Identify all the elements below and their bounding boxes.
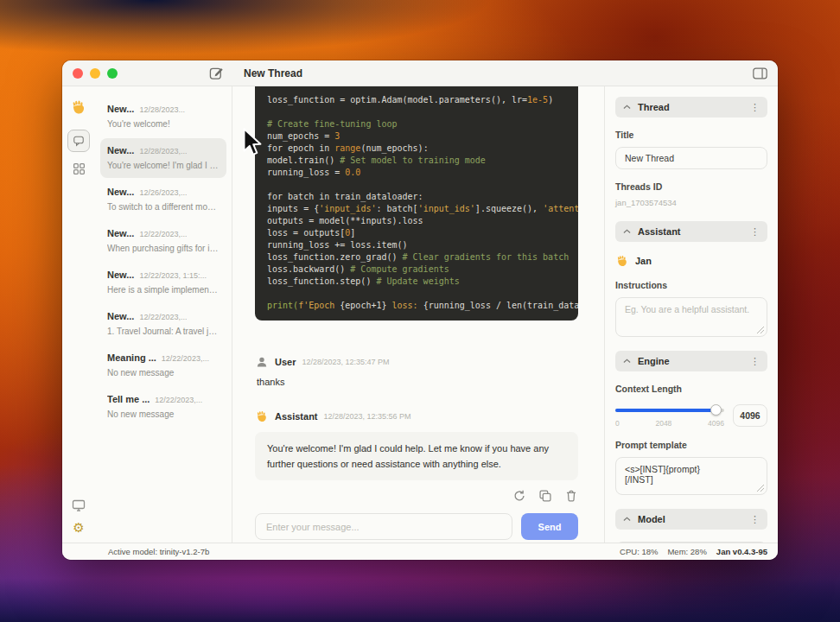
kebab-menu-icon[interactable]: ⋮	[750, 226, 760, 238]
slider-thumb[interactable]	[710, 404, 722, 416]
wave-logo-icon	[70, 98, 87, 116]
message-text: thanks	[257, 377, 578, 387]
section-label: Engine	[638, 356, 750, 366]
chevron-up-icon	[623, 105, 631, 110]
thread-list: New...12/28/2023...You're welcome!New...…	[95, 86, 232, 543]
active-model-status: Active model: trinity-v1.2-7b	[108, 547, 209, 556]
chat-bubble-icon	[73, 135, 85, 147]
traffic-lights	[62, 68, 118, 79]
chevron-up-icon	[623, 359, 631, 364]
user-avatar-icon	[255, 355, 269, 369]
user-message: User 12/28/2023, 12:35:47 PM thanks	[255, 355, 578, 387]
copy-icon[interactable]	[538, 489, 552, 503]
close-window-button[interactable]	[73, 68, 83, 79]
assistant-message-bubble: You're welcome! I'm glad I could help. L…	[255, 432, 578, 480]
thread-list-item[interactable]: New...12/22/2023, 1:15:...Here is a simp…	[100, 263, 226, 302]
kebab-menu-icon[interactable]: ⋮	[750, 102, 760, 113]
code-block: loss_function = optim.Adam(model.paramet…	[255, 86, 578, 321]
window-title: New Thread	[244, 67, 302, 79]
panel-toggle-icon[interactable]	[753, 67, 767, 83]
thread-list-item[interactable]: Tell me ...12/22/2023,...No new message	[100, 387, 226, 427]
regenerate-icon[interactable]	[512, 489, 526, 503]
assistant-name: Jan	[635, 256, 652, 266]
model-section-header[interactable]: Model ⋮	[615, 509, 767, 530]
composer: Send	[255, 513, 578, 540]
prompt-template-textarea[interactable]: <s>[INST]{prompt} [/INST]	[616, 458, 767, 494]
resize-handle[interactable]	[757, 327, 764, 333]
thread-title-input[interactable]	[615, 147, 767, 169]
thread-list-item[interactable]: New...12/28/2023,...You're welcome! I'm …	[100, 138, 226, 178]
context-length-value[interactable]: 4096	[733, 404, 767, 427]
status-bar: Active model: trinity-v1.2-7b CPU: 18% M…	[62, 543, 778, 560]
thread-list-item[interactable]: Meaning ...12/22/2023,...No new message	[100, 346, 226, 385]
thread-list-item[interactable]: New...12/22/2023,...1. Travel Journal: A…	[100, 304, 226, 344]
prompt-template-label: Prompt template	[615, 440, 767, 450]
thread-list-item[interactable]: New...12/22/2023,...When purchasing gift…	[100, 221, 226, 261]
assistant-name-row: Jan	[615, 254, 767, 268]
instructions-field-wrap	[615, 297, 767, 337]
thread-list-item[interactable]: New...12/26/2023,...To switch to a diffe…	[100, 180, 226, 219]
section-label: Thread	[638, 102, 750, 112]
title-label: Title	[615, 130, 767, 140]
send-button[interactable]: Send	[521, 513, 578, 540]
context-length-row: 0 2048 4096 4096	[615, 404, 767, 428]
titlebar: New Thread	[62, 60, 778, 86]
minimize-window-button[interactable]	[90, 68, 100, 79]
engine-section-header[interactable]: Engine ⋮	[615, 351, 767, 371]
message-input[interactable]	[255, 513, 512, 540]
monitor-icon[interactable]	[72, 499, 86, 512]
thread-list-item[interactable]: New...12/28/2023...You're welcome!	[100, 97, 226, 136]
slider-ticks: 0 2048 4096	[615, 419, 724, 428]
threads-id-label: Threads ID	[615, 181, 767, 192]
resize-handle[interactable]	[757, 485, 764, 492]
settings-panel: Thread ⋮ Title Threads ID jan_1703574534…	[605, 86, 778, 543]
section-label: Assistant	[638, 226, 750, 237]
assistant-section-header[interactable]: Assistant ⋮	[615, 221, 767, 242]
kebab-menu-icon[interactable]: ⋮	[750, 356, 760, 367]
zoom-window-button[interactable]	[107, 68, 118, 79]
gear-icon[interactable]: ⚙	[73, 521, 84, 534]
app-version: Jan v0.4.3-95	[716, 547, 767, 556]
chat-pane: loss_function = optim.Adam(model.paramet…	[232, 86, 605, 543]
prompt-template-wrap: <s>[INST]{prompt} [/INST]	[615, 457, 767, 495]
message-timestamp: 12/28/2023, 12:35:56 PM	[324, 412, 411, 421]
thread-section-header[interactable]: Thread ⋮	[615, 97, 767, 117]
instructions-textarea[interactable]	[616, 298, 767, 336]
desktop: { "window": { "title": "New Thread" }, "…	[0, 0, 840, 622]
icon-rail: ⚙	[62, 86, 95, 543]
message-author: User	[275, 357, 296, 367]
mem-status: Mem: 28%	[667, 547, 706, 556]
threads-id-value: jan_1703574534	[615, 198, 767, 207]
grid-apps-icon[interactable]	[73, 162, 86, 175]
section-label: Model	[638, 514, 750, 524]
wave-emoji-icon	[615, 254, 629, 268]
assistant-message: Assistant 12/28/2023, 12:35:56 PM You're…	[255, 409, 578, 480]
threads-nav-button[interactable]	[67, 130, 90, 152]
chevron-up-icon	[623, 517, 631, 522]
trash-icon[interactable]	[564, 489, 578, 503]
message-actions	[255, 489, 578, 503]
main-area: ⚙ New...12/28/2023...You're welcome!New.…	[62, 86, 778, 543]
instructions-label: Instructions	[615, 280, 767, 290]
kebab-menu-icon[interactable]: ⋮	[750, 514, 760, 525]
compose-icon[interactable]	[209, 66, 224, 84]
message-timestamp: 12/28/2023, 12:35:47 PM	[302, 358, 389, 366]
context-length-label: Context Length	[615, 384, 767, 394]
app-window: New Thread ⚙ New...12/28/2023...You're w…	[62, 60, 778, 560]
chevron-up-icon	[623, 229, 631, 234]
assistant-avatar-wave-icon	[255, 409, 269, 423]
message-author: Assistant	[275, 411, 318, 422]
cpu-status: CPU: 18%	[620, 547, 658, 556]
context-length-slider[interactable]	[615, 404, 724, 416]
